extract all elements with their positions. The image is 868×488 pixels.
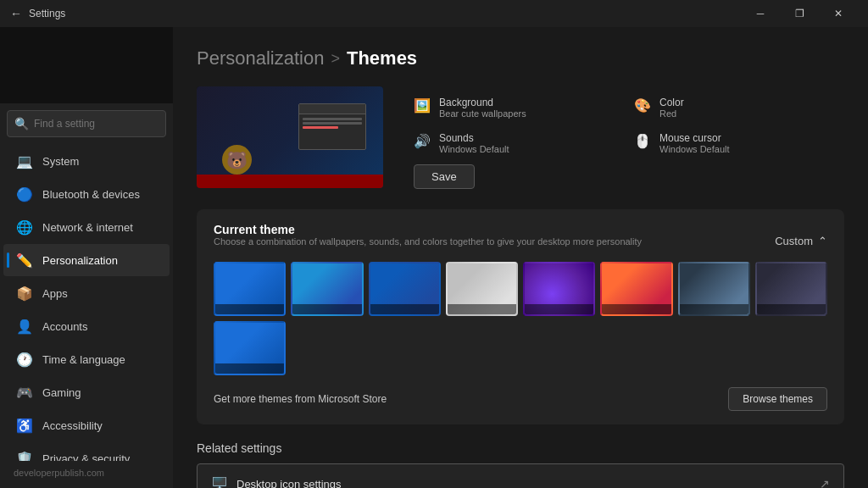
theme-thumb-7[interactable] [678,262,750,316]
preview-details: 🖼️ Background Bear cute wallpapers 🎨 Col… [403,86,844,189]
sounds-value: Windows Default [439,144,509,154]
thumb-taskbar [370,304,439,314]
sounds-icon: 🔊 [414,133,431,149]
mouse-cursor-icon: 🖱️ [634,133,651,149]
sidebar-item-label: Time & language [42,353,125,366]
preview-taskbar [197,175,383,188]
related-settings-section: Related settings 🖥️ Desktop icon setting… [197,441,844,488]
browse-themes-button[interactable]: Browse themes [728,387,827,411]
sidebar-item-label: Bluetooth & devices [42,188,140,201]
thumb-taskbar [292,304,361,314]
sidebar-item-label: Accounts [42,320,87,333]
section-subtitle: Choose a combination of wallpapers, soun… [214,236,642,247]
content-area: Personalization > Themes 🐻 [173,27,868,488]
security-icon: 🛡️ [17,451,32,461]
desktop-icon-left: 🖥️ Desktop icon settings [211,476,342,488]
theme-dropdown[interactable]: Custom ⌃ [775,235,827,247]
sidebar-item-system[interactable]: 💻 System [3,145,170,177]
theme-thumb-5[interactable] [523,262,595,316]
sidebar-item-gaming[interactable]: 🎮 Gaming [3,376,170,408]
personalization-icon: ✏️ [17,252,32,268]
section-header: Current theme Choose a combination of wa… [214,223,827,258]
sidebar-item-label: Gaming [42,386,81,399]
save-button[interactable]: Save [414,164,475,189]
sounds-detail: 🔊 Sounds Windows Default [403,125,624,161]
section-title: Current theme [214,223,642,236]
preview-mascot: 🐻 [222,145,252,175]
custom-label: Custom [775,235,813,247]
sidebar-nav: 💻 System 🔵 Bluetooth & devices 🌐 Network… [0,144,173,461]
thumb-taskbar [215,363,284,374]
color-detail: 🎨 Color Red [624,90,844,125]
related-settings-title: Related settings [197,441,844,455]
titlebar-left: ← Settings [10,7,65,20]
search-box[interactable]: 🔍 [7,110,166,137]
thumb-taskbar [448,304,516,314]
sidebar-item-label: Network & internet [42,221,133,234]
background-label: Background [439,97,526,108]
chevron-up-icon: ⌃ [818,235,827,247]
bluetooth-icon: 🔵 [17,186,32,202]
back-icon[interactable]: ← [10,7,22,20]
theme-thumb-4[interactable] [446,262,518,316]
theme-thumb-3[interactable] [369,262,441,316]
sidebar-item-network[interactable]: 🌐 Network & internet [3,211,170,243]
preview-window-titlebar [299,104,365,114]
close-button[interactable]: ✕ [819,0,858,27]
background-text: Background Bear cute wallpapers [439,97,526,119]
sidebar-item-accessibility[interactable]: ♿ Accessibility [3,409,170,441]
apps-icon: 📦 [17,286,32,301]
minimize-button[interactable]: ─ [741,0,780,27]
sidebar-item-security[interactable]: 🛡️ Privacy & security [3,442,170,461]
thumb-taskbar [680,304,748,314]
accessibility-icon: ♿ [17,418,32,433]
preview-line-2 [303,122,362,125]
main-layout: 🔍 💻 System 🔵 Bluetooth & devices 🌐 Netwo… [0,27,868,488]
theme-preview-image: 🐻 [197,86,383,188]
external-link-icon: ↗ [820,477,830,488]
accounts-icon: 👤 [17,319,32,334]
sidebar-item-label: Accessibility [42,419,103,432]
thumb-taskbar [525,304,593,314]
user-avatar [0,27,173,103]
theme-thumb-6[interactable] [600,262,672,316]
more-themes-text: Get more themes from Microsoft Store [214,393,387,405]
sidebar-item-bluetooth[interactable]: 🔵 Bluetooth & devices [3,178,170,210]
titlebar-title: Settings [29,8,65,19]
color-value: Red [659,108,684,119]
restore-button[interactable]: ❐ [780,0,819,27]
theme-thumb-9[interactable] [214,321,286,375]
system-icon: 💻 [17,153,32,169]
network-icon: 🌐 [17,219,32,235]
theme-thumb-8[interactable] [755,262,827,316]
search-input[interactable] [34,118,161,130]
search-icon: 🔍 [14,117,29,130]
color-text: Color Red [659,97,684,119]
more-themes-row: Get more themes from Microsoft Store Bro… [214,387,827,411]
color-icon: 🎨 [634,97,651,114]
breadcrumb-current: Themes [347,47,417,69]
background-icon: 🖼️ [414,97,431,114]
sidebar-item-personalization[interactable]: ✏️ Personalization [3,244,170,276]
background-value: Bear cute wallpapers [439,108,526,119]
thumb-taskbar [602,304,670,314]
theme-thumb-1[interactable] [214,262,286,316]
background-detail: 🖼️ Background Bear cute wallpapers [403,90,624,125]
desktop-icon-label: Desktop icon settings [236,478,342,488]
sidebar: 🔍 💻 System 🔵 Bluetooth & devices 🌐 Netwo… [0,27,173,488]
sidebar-item-apps[interactable]: 📦 Apps [3,277,170,309]
theme-thumb-2[interactable] [291,262,363,316]
current-theme-section: Current theme Choose a combination of wa… [197,209,844,424]
sidebar-item-label: Privacy & security [42,452,130,462]
sidebar-footer: developerpublish.com [0,461,173,488]
sidebar-item-label: Personalization [42,254,118,267]
sidebar-item-accounts[interactable]: 👤 Accounts [3,310,170,342]
sounds-text: Sounds Windows Default [439,132,509,154]
thumb-taskbar [757,304,826,314]
sidebar-item-time[interactable]: 🕐 Time & language [3,343,170,375]
sidebar-item-label: Apps [42,287,68,300]
desktop-icon-settings-row[interactable]: 🖥️ Desktop icon settings ↗ [197,463,844,488]
breadcrumb: Personalization > Themes [197,47,844,69]
preview-bg: 🐻 [197,86,383,188]
breadcrumb-parent[interactable]: Personalization [197,47,324,69]
